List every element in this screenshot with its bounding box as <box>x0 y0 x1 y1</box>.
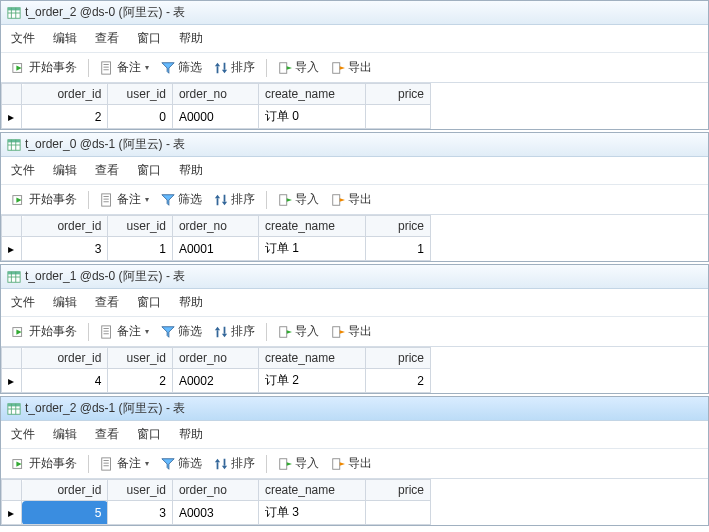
cell-order-no[interactable]: A0000 <box>172 105 258 129</box>
export-button[interactable]: 导出 <box>328 453 375 474</box>
menu-file[interactable]: 文件 <box>11 294 35 311</box>
table-row[interactable]: ▸ 3 1 A0001 订单 1 1 <box>2 237 431 261</box>
col-create-name[interactable]: create_name <box>258 216 366 237</box>
menu-edit[interactable]: 编辑 <box>53 294 77 311</box>
cell-order-id[interactable]: 2 <box>22 105 108 129</box>
cell-user-id[interactable]: 3 <box>108 501 173 525</box>
col-user-id[interactable]: user_id <box>108 84 173 105</box>
sort-button[interactable]: 排序 <box>211 57 258 78</box>
cell-create-name[interactable]: 订单 3 <box>258 501 366 525</box>
cell-price[interactable] <box>366 501 431 525</box>
title-bar[interactable]: t_order_2 @ds-1 (阿里云) - 表 <box>1 397 708 421</box>
cell-order-no[interactable]: A0002 <box>172 369 258 393</box>
cell-order-id[interactable]: 4 <box>22 369 108 393</box>
col-price[interactable]: price <box>366 348 431 369</box>
import-button[interactable]: 导入 <box>275 189 322 210</box>
title-bar[interactable]: t_order_0 @ds-1 (阿里云) - 表 <box>1 133 708 157</box>
col-create-name[interactable]: create_name <box>258 480 366 501</box>
menu-view[interactable]: 查看 <box>95 426 119 443</box>
begin-transaction-button[interactable]: 开始事务 <box>9 321 80 342</box>
col-user-id[interactable]: user_id <box>108 216 173 237</box>
menu-file[interactable]: 文件 <box>11 30 35 47</box>
menu-edit[interactable]: 编辑 <box>53 30 77 47</box>
menu-help[interactable]: 帮助 <box>179 426 203 443</box>
title-bar[interactable]: t_order_2 @ds-0 (阿里云) - 表 <box>1 1 708 25</box>
row-marker[interactable]: ▸ <box>2 105 22 129</box>
cell-order-no[interactable]: A0003 <box>172 501 258 525</box>
export-button[interactable]: 导出 <box>328 57 375 78</box>
remark-button[interactable]: 备注▾ <box>97 189 152 210</box>
col-order-no[interactable]: order_no <box>172 348 258 369</box>
menu-file[interactable]: 文件 <box>11 426 35 443</box>
col-order-no[interactable]: order_no <box>172 216 258 237</box>
cell-price[interactable]: 1 <box>366 237 431 261</box>
cell-create-name[interactable]: 订单 2 <box>258 369 366 393</box>
export-button[interactable]: 导出 <box>328 189 375 210</box>
col-create-name[interactable]: create_name <box>258 84 366 105</box>
begin-transaction-button[interactable]: 开始事务 <box>9 57 80 78</box>
cell-order-no[interactable]: A0001 <box>172 237 258 261</box>
data-grid[interactable]: order_id user_id order_no create_name pr… <box>1 347 431 393</box>
col-user-id[interactable]: user_id <box>108 348 173 369</box>
sort-button[interactable]: 排序 <box>211 321 258 342</box>
begin-transaction-button[interactable]: 开始事务 <box>9 189 80 210</box>
remark-button[interactable]: 备注▾ <box>97 453 152 474</box>
menu-help[interactable]: 帮助 <box>179 30 203 47</box>
table-row[interactable]: ▸ 4 2 A0002 订单 2 2 <box>2 369 431 393</box>
col-price[interactable]: price <box>366 480 431 501</box>
menu-edit[interactable]: 编辑 <box>53 426 77 443</box>
begin-transaction-button[interactable]: 开始事务 <box>9 453 80 474</box>
col-order-no[interactable]: order_no <box>172 480 258 501</box>
col-user-id[interactable]: user_id <box>108 480 173 501</box>
col-order-id[interactable]: order_id <box>22 480 108 501</box>
sort-button[interactable]: 排序 <box>211 453 258 474</box>
cell-user-id[interactable]: 1 <box>108 237 173 261</box>
table-row[interactable]: ▸ 5 3 A0003 订单 3 <box>2 501 431 525</box>
col-order-id[interactable]: order_id <box>22 348 108 369</box>
col-price[interactable]: price <box>366 216 431 237</box>
cell-price[interactable]: 2 <box>366 369 431 393</box>
menu-help[interactable]: 帮助 <box>179 294 203 311</box>
col-order-id[interactable]: order_id <box>22 216 108 237</box>
menu-file[interactable]: 文件 <box>11 162 35 179</box>
import-button[interactable]: 导入 <box>275 453 322 474</box>
row-marker[interactable]: ▸ <box>2 369 22 393</box>
import-button[interactable]: 导入 <box>275 57 322 78</box>
col-order-id[interactable]: order_id <box>22 84 108 105</box>
remark-button[interactable]: 备注▾ <box>97 57 152 78</box>
menu-view[interactable]: 查看 <box>95 162 119 179</box>
menu-window[interactable]: 窗口 <box>137 162 161 179</box>
filter-button[interactable]: 筛选 <box>158 189 205 210</box>
import-button[interactable]: 导入 <box>275 321 322 342</box>
row-marker[interactable]: ▸ <box>2 501 22 525</box>
menu-view[interactable]: 查看 <box>95 30 119 47</box>
remark-button[interactable]: 备注▾ <box>97 321 152 342</box>
data-grid[interactable]: order_id user_id order_no create_name pr… <box>1 479 431 525</box>
data-grid[interactable]: order_id user_id order_no create_name pr… <box>1 215 431 261</box>
title-bar[interactable]: t_order_1 @ds-0 (阿里云) - 表 <box>1 265 708 289</box>
filter-button[interactable]: 筛选 <box>158 57 205 78</box>
col-create-name[interactable]: create_name <box>258 348 366 369</box>
menu-window[interactable]: 窗口 <box>137 30 161 47</box>
cell-order-id[interactable]: 3 <box>22 237 108 261</box>
menu-edit[interactable]: 编辑 <box>53 162 77 179</box>
sort-button[interactable]: 排序 <box>211 189 258 210</box>
table-row[interactable]: ▸ 2 0 A0000 订单 0 <box>2 105 431 129</box>
filter-button[interactable]: 筛选 <box>158 321 205 342</box>
menu-help[interactable]: 帮助 <box>179 162 203 179</box>
col-price[interactable]: price <box>366 84 431 105</box>
export-button[interactable]: 导出 <box>328 321 375 342</box>
cell-user-id[interactable]: 2 <box>108 369 173 393</box>
data-grid[interactable]: order_id user_id order_no create_name pr… <box>1 83 431 129</box>
cell-user-id[interactable]: 0 <box>108 105 173 129</box>
cell-price[interactable] <box>366 105 431 129</box>
row-marker[interactable]: ▸ <box>2 237 22 261</box>
col-order-no[interactable]: order_no <box>172 84 258 105</box>
cell-create-name[interactable]: 订单 0 <box>258 105 366 129</box>
menu-view[interactable]: 查看 <box>95 294 119 311</box>
menu-window[interactable]: 窗口 <box>137 426 161 443</box>
menu-window[interactable]: 窗口 <box>137 294 161 311</box>
filter-button[interactable]: 筛选 <box>158 453 205 474</box>
cell-order-id[interactable]: 5 <box>22 501 108 525</box>
cell-create-name[interactable]: 订单 1 <box>258 237 366 261</box>
